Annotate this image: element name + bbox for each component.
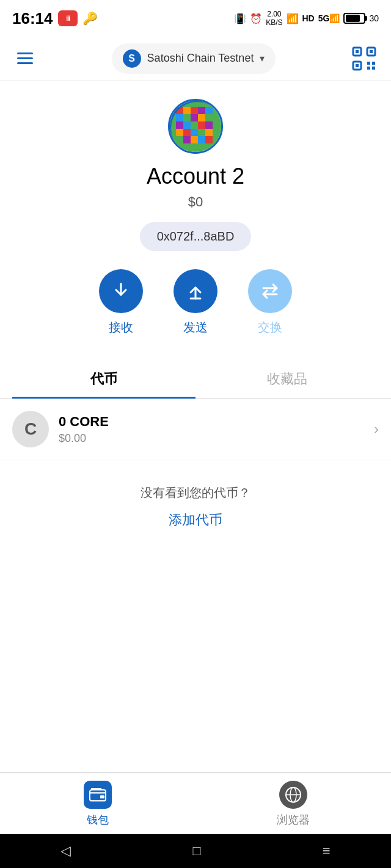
svg-text:ⅲ: ⅲ <box>65 15 70 22</box>
address-pill[interactable]: 0x072f...8aBD <box>140 222 252 251</box>
svg-rect-18 <box>176 114 183 121</box>
token-list: C 0 CORE $0.00 › 没有看到您的代币？ 添加代币 <box>0 399 391 663</box>
svg-rect-30 <box>191 129 198 136</box>
chevron-down-icon: ▾ <box>260 52 265 64</box>
menu-button[interactable] <box>12 48 38 69</box>
status-time: 16:14 <box>12 9 53 28</box>
tab-collectibles[interactable]: 收藏品 <box>196 360 379 398</box>
add-token-section: 没有看到您的代币？ 添加代币 <box>0 460 391 554</box>
send-action[interactable]: 发送 <box>174 269 217 336</box>
svg-rect-37 <box>205 136 213 143</box>
token-chevron-icon: › <box>374 421 379 438</box>
token-item[interactable]: C 0 CORE $0.00 › <box>0 399 391 460</box>
svg-rect-25 <box>191 121 198 129</box>
svg-rect-24 <box>183 121 191 129</box>
account-section: Account 2 $0 0x072f...8aBD 接收 <box>0 81 391 354</box>
svg-rect-43 <box>100 795 104 798</box>
header: S Satoshi Chain Testnet ▾ <box>0 37 391 81</box>
status-bar: 16:14 ⅲ 🔑 📳 ⏰ 2.00KB/S 📶 HD 5G📶 30 <box>0 0 391 37</box>
svg-rect-26 <box>198 121 205 129</box>
token-info: 0 CORE $0.00 <box>59 414 374 445</box>
swap-action[interactable]: 交换 <box>248 269 292 336</box>
browser-nav-label: 浏览器 <box>277 812 310 827</box>
svg-rect-32 <box>205 129 213 136</box>
notification-icon: ⅲ <box>58 10 78 26</box>
svg-rect-21 <box>198 114 205 121</box>
no-token-text: 没有看到您的代币？ <box>141 485 250 501</box>
svg-rect-36 <box>198 136 205 143</box>
token-usd: $0.00 <box>59 432 374 445</box>
network-selector[interactable]: S Satoshi Chain Testnet ▾ <box>112 43 276 74</box>
svg-rect-15 <box>191 107 198 114</box>
svg-rect-29 <box>183 129 191 136</box>
signal-icon: 5G📶 <box>318 13 340 23</box>
bottom-nav: 钱包 浏览器 <box>0 773 391 834</box>
nav-browser[interactable]: 浏览器 <box>196 781 391 827</box>
svg-rect-33 <box>176 136 183 143</box>
svg-rect-16 <box>198 107 205 114</box>
status-right: 📳 ⏰ 2.00KB/S 📶 HD 5G📶 30 <box>234 10 379 27</box>
svg-rect-19 <box>183 114 191 121</box>
browser-icon <box>279 781 307 809</box>
wifi-icon: 📶 <box>287 13 299 24</box>
back-button[interactable]: ◁ <box>60 843 71 859</box>
speed-indicator: 2.00KB/S <box>266 10 282 27</box>
receive-action[interactable]: 接收 <box>99 269 143 336</box>
svg-rect-11 <box>372 67 375 70</box>
svg-rect-22 <box>205 114 213 121</box>
network-name: Satoshi Chain Testnet <box>147 52 254 65</box>
hd-label: HD <box>302 13 315 23</box>
avatar[interactable] <box>168 99 223 154</box>
svg-rect-8 <box>367 62 370 65</box>
token-name: 0 CORE <box>59 414 374 430</box>
svg-rect-7 <box>356 64 359 67</box>
home-button[interactable]: □ <box>192 843 200 859</box>
svg-rect-28 <box>176 129 183 136</box>
tab-tokens[interactable]: 代币 <box>12 360 196 398</box>
receive-label: 接收 <box>109 319 133 336</box>
system-nav-bar: ◁ □ ≡ <box>0 834 391 868</box>
vibrate-icon: 📳 <box>234 13 246 24</box>
nav-wallet[interactable]: 钱包 <box>0 781 196 827</box>
battery-level: 30 <box>369 13 379 23</box>
svg-rect-27 <box>205 121 213 129</box>
action-buttons: 接收 发送 <box>99 269 292 336</box>
recents-button[interactable]: ≡ <box>323 843 331 859</box>
swap-button[interactable] <box>248 269 292 313</box>
add-token-link[interactable]: 添加代币 <box>169 511 222 529</box>
svg-rect-5 <box>370 50 373 53</box>
wallet-icon <box>84 781 112 809</box>
qr-scan-button[interactable] <box>349 44 379 73</box>
account-name: Account 2 <box>147 164 244 189</box>
receive-button[interactable] <box>99 269 143 313</box>
account-balance: $0 <box>188 194 203 210</box>
svg-rect-17 <box>205 107 213 114</box>
svg-rect-9 <box>372 62 375 65</box>
svg-rect-34 <box>183 136 191 143</box>
address-text: 0x072f...8aBD <box>157 230 235 243</box>
svg-rect-10 <box>367 67 370 70</box>
svg-rect-14 <box>183 107 191 114</box>
tabs-container: 代币 收藏品 <box>0 360 391 399</box>
wallet-nav-label: 钱包 <box>87 812 109 827</box>
battery-icon <box>343 13 365 24</box>
svg-rect-23 <box>176 121 183 129</box>
svg-rect-20 <box>191 114 198 121</box>
svg-rect-35 <box>191 136 198 143</box>
svg-rect-31 <box>198 129 205 136</box>
alarm-icon: ⏰ <box>250 13 262 24</box>
token-icon-core: C <box>12 411 49 447</box>
swap-label: 交换 <box>258 319 282 336</box>
key-icon: 🔑 <box>82 11 98 26</box>
svg-rect-3 <box>356 50 359 53</box>
send-button[interactable] <box>174 269 217 313</box>
status-left: 16:14 ⅲ 🔑 <box>12 9 98 28</box>
network-icon: S <box>123 49 141 68</box>
send-label: 发送 <box>183 319 208 336</box>
